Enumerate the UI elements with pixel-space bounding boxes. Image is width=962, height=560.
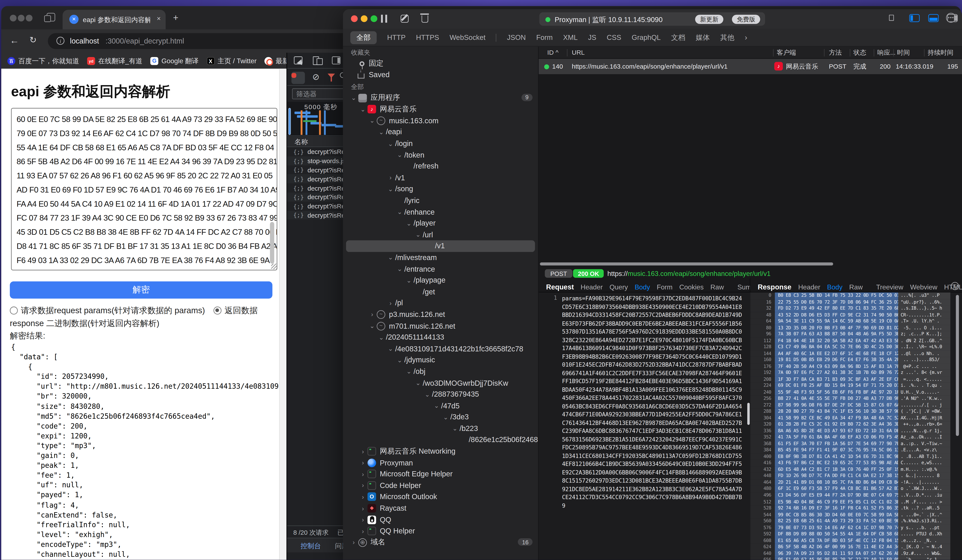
tab-close-icon[interactable]: × <box>157 15 161 22</box>
request-params-radio[interactable] <box>10 307 18 314</box>
tree-row[interactable]: ⌄/playpage <box>343 275 538 286</box>
hex-row[interactable]: 592DF 8B D9 B9 88 0D 50 54 55 4A 1E 64 D… <box>750 531 962 537</box>
hex-row[interactable]: 32FD D2 73 E9 49 42 EF 80 EE 7D C1 83 35… <box>750 305 962 312</box>
window-close-button[interactable] <box>10 14 16 21</box>
chevron-down-icon[interactable]: ⌄ <box>368 117 377 124</box>
sidebar-item-saved[interactable]: Saved <box>343 69 538 81</box>
column-header-状态[interactable]: 状态 <box>854 48 866 57</box>
filter-tab-文档[interactable]: 文档 <box>671 33 685 42</box>
hex-row[interactable]: 256B8 27 41 0A 4E 55 5E 7F FB D0 27 4B A… <box>750 396 962 402</box>
tab-group-icon[interactable] <box>47 13 55 21</box>
chevron-right-icon[interactable]: › <box>358 448 368 454</box>
tree-row[interactable]: ⌄~music.163.com <box>343 115 538 126</box>
filter-tab-JS[interactable]: JS <box>588 34 596 41</box>
tree-row[interactable]: ⌄/enhance <box>343 206 538 217</box>
tree-row[interactable]: ⌄/b223 <box>343 423 538 434</box>
tree-row[interactable]: ⌄/url <box>343 229 538 240</box>
window-zoom-button[interactable] <box>371 15 377 22</box>
chevron-down-icon[interactable]: ⌄ <box>395 209 404 215</box>
hex-row[interactable]: 967A 3B 07 FA 63 A3 B8 B7 50 04 4B A6 9A… <box>750 331 962 338</box>
request-pane-scrollbar[interactable] <box>747 403 749 425</box>
hex-row[interactable]: 128C3 C7 49 B6 BA 04 EA 5C 52 7E 06 3D 4… <box>750 344 962 351</box>
filter-tab-HTTP[interactable]: HTTP <box>387 34 405 41</box>
response-tab-Treeview[interactable]: Treeview <box>876 283 903 290</box>
request-tab-Form[interactable]: Form <box>657 283 672 290</box>
tree-row[interactable]: ⌄/entrance <box>343 263 538 275</box>
free-version-badge[interactable]: 免费版 <box>732 14 760 24</box>
tree-row[interactable]: ›Proxyman <box>343 457 538 468</box>
pause-capture-icon[interactable] <box>381 15 387 23</box>
hex-row[interactable]: 8013 2D 35 D8 20 FD BB F3 0B 4F 7F 90 69… <box>750 325 962 331</box>
bookmark-item[interactable]: 最新微博-首页-微博 <box>265 56 286 65</box>
hex-row[interactable]: 62486 5F 5B 4B A2 D6 4F 00 99 16 7E 11 4… <box>750 544 962 550</box>
chevron-right-icon[interactable]: › <box>358 505 368 512</box>
chevron-right-icon[interactable]: › <box>358 516 368 523</box>
tree-row[interactable]: ⌄/3de3 <box>343 412 538 423</box>
column-header-URL[interactable]: URL <box>572 48 584 56</box>
hex-row[interactable]: 1767F 40 2B 50 A4 C9 63 09 8A 96 8D 15 A… <box>750 364 962 370</box>
hex-row[interactable]: 36861 F5 EF 3A 70 E7 FB 1A 56 D7 7E 54 6… <box>750 441 962 447</box>
hex-row[interactable]: 2081F 3D F7 8A CA B3 71 B3 09 3C BF A3 A… <box>750 376 962 383</box>
response-binary-radio[interactable] <box>213 307 221 314</box>
hex-row[interactable]: 35241 7A 5F F0 61 8A BA 4F 6B EF A3 C0 0… <box>750 434 962 441</box>
hex-row[interactable]: 41643 F6 97 B6 C2 BC E2 19 65 2C 77 53 8… <box>750 460 962 467</box>
chevron-down-icon[interactable]: ⌄ <box>404 277 414 284</box>
chevron-down-icon[interactable]: ⌄ <box>432 402 441 409</box>
more-filters-icon[interactable]: ••• <box>946 13 956 23</box>
hex-row[interactable]: 1622 75 55 D0 E6 70 72 3F 7D D8 06 94 FC… <box>750 299 962 305</box>
chevron-down-icon[interactable]: ⌄ <box>386 186 395 192</box>
request-tab-Body[interactable]: Body <box>634 283 650 290</box>
column-header-持续时间[interactable]: 持续时间 <box>928 48 954 57</box>
tree-row[interactable]: ⌄/4e083109171d431422b1fc36658f2c78 <box>343 343 538 354</box>
hex-input-textarea[interactable]: 60 0E E0 7C 58 99 DA 5E 82 25 E8 6B 25 6… <box>11 108 277 270</box>
back-icon[interactable]: ← <box>10 35 19 45</box>
bookmark-item[interactable]: yd在线翻译_有道 <box>87 56 142 65</box>
window-minimize-button[interactable] <box>361 15 368 22</box>
chevron-right-icon[interactable]: › <box>358 528 368 534</box>
hex-row[interactable]: 57679 0E 07 73 D3 92 14 E6 AF 62 C4 1C D… <box>750 525 962 531</box>
textarea-scrollbar[interactable] <box>270 222 274 264</box>
request-tab-Summary[interactable]: Summary <box>738 283 750 290</box>
response-menu-icon[interactable]: ☰ <box>951 282 959 290</box>
tree-row[interactable]: ⌄/song <box>343 183 538 195</box>
bookmark-item[interactable]: GGoogle 翻译 <box>150 56 199 65</box>
hex-row[interactable]: 448FD 1D 26 98 D7 7C FA DD F0 C1 C4 DA E… <box>750 473 962 480</box>
hex-row[interactable]: 52892 74 6B 16 D9 E7 3F 16 1F FB C4 61 5… <box>750 505 962 512</box>
clear-network-icon[interactable]: ⊘ <box>312 72 320 82</box>
tree-row[interactable]: ⌄/login <box>343 138 538 149</box>
hex-row[interactable]: 608E1 65 A6 A5 C8 7A DF BD 03 5F 4E CC 1… <box>750 537 962 544</box>
request-table-row[interactable]: 140 https://music.163.com/eapi/song/enha… <box>539 59 962 74</box>
hex-row[interactable]: 400EB 0F 9B 38 D7 81 CA 41 42 1D 54 E6 7… <box>750 454 962 460</box>
bookmark-item[interactable]: X主页 / Twitter <box>207 56 257 65</box>
tree-row[interactable]: ⌄♪网易云音乐 <box>343 103 538 115</box>
sidebar-item-pinned[interactable]: 固定 <box>343 58 538 69</box>
chevron-down-icon[interactable]: ⌄ <box>450 425 460 432</box>
refresh-icon[interactable]: ↻ <box>29 35 37 45</box>
hex-row[interactable]: 144A4 AF 40 6C 1A EE E2 D7 6F 1C 4E 68 F… <box>750 351 962 357</box>
tree-row[interactable]: /refresh <box>343 161 538 172</box>
filter-tab-WebSocket[interactable]: WebSocket <box>449 34 486 41</box>
chevron-right-icon[interactable]: › <box>358 494 368 500</box>
hex-row[interactable]: 65696 F1 60 62 A5 96 9F 85 20 2C 22 72 A… <box>750 557 962 560</box>
response-tab-Body[interactable]: Body <box>827 283 843 290</box>
tree-row[interactable]: ⌄应用程序9 <box>343 92 538 103</box>
request-tab-Cookies[interactable]: Cookies <box>679 283 704 290</box>
browser-tab[interactable]: ✕ eapi 参数和返回内容解析 × <box>63 10 166 30</box>
site-info-icon[interactable]: i <box>56 37 65 45</box>
chevron-down-icon[interactable]: ⌄ <box>377 334 386 341</box>
chevron-down-icon[interactable]: ⌄ <box>368 322 377 329</box>
window-minimize-button[interactable] <box>18 14 24 21</box>
update-badge[interactable]: 新更新 <box>695 14 723 24</box>
hex-row[interactable]: 4806F 1C E9 60 F3 58 57 F9 4A C8 8C 81 B… <box>750 486 962 492</box>
device-toolbar-icon[interactable] <box>313 56 321 64</box>
hex-row[interactable]: 56082 25 E8 6B 25 61 4A A9 73 29 33 FA 5… <box>750 518 962 525</box>
filter-tab-XML[interactable]: XML <box>563 34 578 41</box>
chevron-right-icon[interactable]: › <box>349 539 358 546</box>
tree-row[interactable]: ⌄/token <box>343 149 538 161</box>
filter-tab-CSS[interactable]: CSS <box>607 34 621 41</box>
toggle-sidebar-icon[interactable] <box>909 14 920 22</box>
hex-row[interactable]: 649A 54 3E 11 C9 55 9A 14 6C 59 AB 68 5E… <box>750 318 962 325</box>
hex-row[interactable]: 384B5 45 FE 94 F7 F1 41 9F 07 3C 76 95 7… <box>750 447 962 454</box>
chevron-down-icon[interactable]: ⌄ <box>349 95 358 101</box>
tree-row[interactable]: /v1 <box>346 240 535 252</box>
